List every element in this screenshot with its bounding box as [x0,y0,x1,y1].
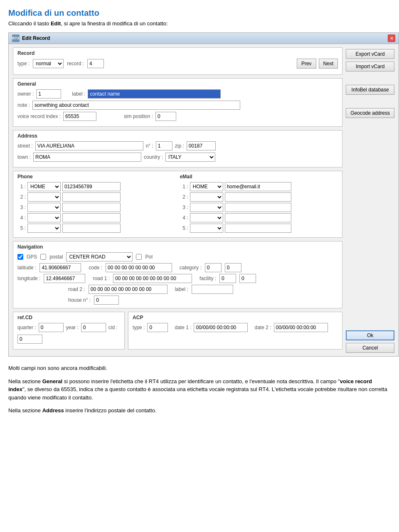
poi-checkbox[interactable] [136,254,142,260]
email-value-3[interactable] [225,203,291,212]
infobel-button[interactable]: InfoBel database [346,85,394,95]
phone-value-5[interactable] [62,224,121,233]
type-select[interactable]: normal business personal [33,59,64,68]
intro-text: Cliccando il tasto [8,20,51,27]
acp-type-input[interactable] [147,323,168,332]
facility-input1[interactable] [219,274,236,283]
cid-input[interactable] [17,335,42,344]
email-type-5[interactable] [190,224,223,233]
zip-input[interactable] [187,141,216,150]
email-value-5[interactable] [225,224,291,233]
window-body: Record type : normal business personal r… [9,44,399,356]
phone-value-4[interactable] [62,213,121,222]
acp-date1-input[interactable] [194,323,248,332]
code-input[interactable] [106,263,172,272]
longitude-input[interactable] [44,274,85,283]
sim-position-input[interactable] [155,112,176,121]
email-type-2[interactable] [190,192,223,202]
record-value[interactable] [87,59,104,68]
quarter-input[interactable] [39,323,64,332]
facility-label: facility : [200,276,216,281]
email-num-2: 2 : [180,194,188,200]
voice-index-input[interactable] [63,112,96,121]
cancel-button[interactable]: Cancel [346,343,394,353]
phone-value-3[interactable] [62,203,121,212]
road-type-select[interactable]: CENTER ROAD [66,252,133,261]
email-type-3[interactable] [190,203,223,212]
acp-section: ACP type : date 1 : date 2 : [128,312,342,350]
acp-row: type : date 1 : date 2 : [133,323,338,332]
footer-voice-bold: voice record index [8,378,372,393]
record-right: Prev Next [297,59,338,69]
phone-type-5[interactable] [27,224,61,233]
import-vcard-button[interactable]: Import vCard [346,62,394,71]
sim-position-label: sim position : [124,113,153,119]
latitude-input[interactable] [39,263,81,272]
category-input2[interactable] [225,263,241,272]
email-type-4[interactable] [190,213,223,222]
road1-input[interactable] [113,274,192,283]
prev-button[interactable]: Prev [297,59,316,69]
email-num-4: 4 : [180,215,188,221]
phone-type-3[interactable] [27,203,61,212]
phone-section-title: Phone [17,174,176,180]
town-input[interactable] [33,153,141,162]
nav-row3: longitude : road 1 : facility : [17,274,338,283]
note-input[interactable] [32,101,240,110]
postal-label: postal [49,254,63,260]
longitude-label: longitude : [17,276,40,281]
email-col: eMail 1 : HOME 2 : [180,174,338,234]
cid-label: cid : [108,325,118,330]
nav-row2: latitude : code : category : [17,263,338,272]
nav-row5: house n° : [17,296,338,305]
street-input[interactable] [35,141,143,150]
email-num-5: 5 : [180,225,188,231]
road2-input[interactable] [89,285,167,294]
n-input[interactable] [156,141,172,150]
nav-label-input[interactable] [192,285,233,294]
gps-checkbox[interactable] [17,254,23,260]
general-row2: note : [17,101,338,110]
postal-checkbox[interactable] [40,254,46,260]
window-titlebar: RTX Edit Record ✕ [9,33,399,44]
type-label: type : [17,61,30,66]
label-label: label : [72,91,85,97]
ok-button[interactable]: Ok [346,330,394,340]
nav-row4: road 2 : label : [17,285,338,294]
phone-num-2: 2 : [17,194,26,200]
n-label: n° : [146,143,153,149]
email-value-4[interactable] [225,213,291,222]
window-close-button[interactable]: ✕ [388,34,395,42]
acp-date2-input[interactable] [274,323,328,332]
phone-type-1[interactable]: HOME [27,182,61,191]
intro-paragraph: Cliccando il tasto Edit, si apre la fine… [8,20,391,27]
address-section-title: Address [17,133,338,139]
email-type-1[interactable]: HOME [190,182,223,191]
window-title-label: Edit Record [22,35,50,41]
export-vcard-button[interactable]: Export vCard [346,49,394,59]
phone-email-layout: Phone 1 : HOME 2 : [17,174,338,234]
category-input1[interactable] [205,263,222,272]
phone-value-1[interactable] [62,182,121,191]
record-label: record : [67,61,84,66]
phone-email-section: Phone 1 : HOME 2 : [13,171,342,238]
facility-input2[interactable] [239,274,256,283]
phone-col: Phone 1 : HOME 2 : [17,174,176,234]
country-select[interactable]: ITALY [165,153,215,162]
window-icon: RTX [12,34,20,42]
footer-address-bold: Address [42,407,64,414]
email-value-2[interactable] [225,192,291,202]
category-label: category : [180,265,202,271]
phone-type-4[interactable] [27,213,61,222]
label-input[interactable] [88,89,221,99]
email-value-1[interactable] [225,182,291,191]
phone-type-2[interactable] [27,192,61,202]
house-n-input[interactable] [94,296,119,305]
geocode-button[interactable]: Geocode address [346,108,394,118]
bottom-sections: ref.CD quarter : year : cid : ACP [13,312,342,353]
next-button[interactable]: Next [319,59,338,69]
phone-value-2[interactable] [62,192,121,202]
year-input[interactable] [81,323,106,332]
owner-input[interactable] [36,89,61,99]
phone-num-1: 1 : [17,184,26,190]
